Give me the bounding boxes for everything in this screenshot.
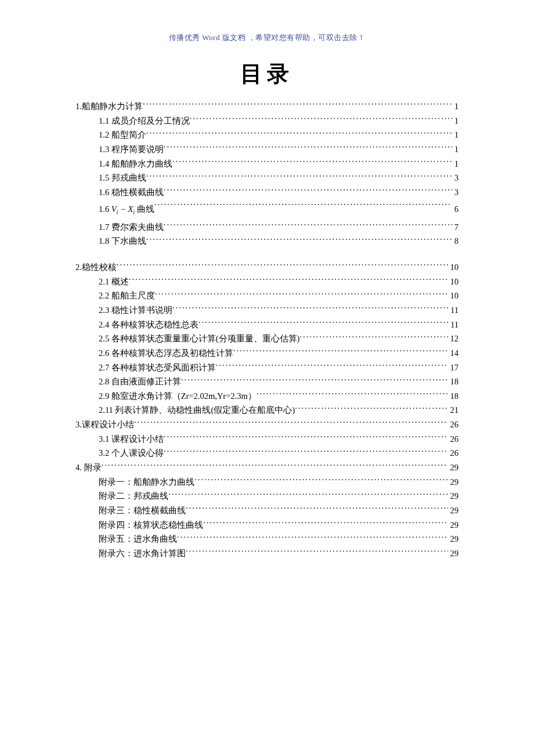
toc-entry-page: 18 [448, 389, 459, 404]
toc-leader-dots [186, 548, 448, 556]
toc-entry: 附录六：进水角计算图29 [75, 546, 459, 561]
toc-entry-label: 1.8 下水曲线 [99, 234, 146, 249]
table-of-contents: 1.船舶静水力计算11.1 成员介绍及分工情况11.2 船型简介11.3 程序简… [75, 99, 459, 560]
toc-entry-label: 附录三：稳性横截曲线 [99, 503, 186, 518]
toc-entry-label: 1.5 邦戎曲线 [99, 171, 146, 185]
toc-entry-page: 1 [452, 99, 459, 114]
toc-entry-label: 2.9 舱室进水角计算（Zr=2.02m,Yr=2.3m） [99, 389, 257, 404]
toc-entry-label: 附录六：进水角计算图 [99, 546, 186, 561]
toc-leader-dots [216, 362, 448, 370]
toc-entry: 1.船舶静水力计算1 [75, 99, 459, 114]
formula-vi-xi: Vi − Xi [111, 204, 135, 214]
toc-entry-page: 14 [448, 346, 459, 361]
toc-entry-label: 2.2 船舶主尺度 [99, 289, 155, 303]
toc-entry: 2.3 稳性计算书说明11 [75, 303, 459, 318]
toc-entry: 1.2 船型简介1 [75, 128, 459, 142]
document-page: 传播优秀 Word 版文档 ，希望对您有帮助，可双击去除！ 目录 1.船舶静水力… [0, 0, 534, 618]
toc-entry-label: 2.1 概述 [99, 275, 129, 289]
toc-entry-page: 26 [448, 417, 459, 432]
toc-entry: 附录一：船舶静水力曲线29 [75, 475, 459, 489]
toc-leader-dots [154, 204, 452, 213]
toc-entry-label: 2.4 各种核算状态稳性总表 [99, 318, 199, 332]
toc-entry-page: 3 [452, 185, 459, 200]
toc-title: 目录 [75, 59, 459, 89]
toc-entry: 1.4 船舶静水力曲线1 [75, 157, 459, 171]
toc-entry-page: 10 [448, 275, 459, 289]
toc-entry-label: 1.6 稳性横截曲线 [99, 185, 164, 200]
toc-leader-dots [102, 462, 448, 471]
toc-leader-dots [164, 448, 448, 456]
toc-entry: 附录四：核算状态稳性曲线29 [75, 518, 459, 532]
toc-entry-page: 8 [452, 234, 459, 249]
toc-entry-page: 10 [448, 260, 459, 275]
toc-leader-dots [172, 304, 448, 313]
toc-entry-page: 11 [448, 318, 459, 332]
toc-entry: 1.6 稳性横截曲线3 [75, 185, 459, 200]
toc-entry: 2.1 概述10 [75, 275, 459, 289]
toc-entry-page: 26 [448, 432, 459, 447]
toc-entry-label: 1.船舶静水力计算 [75, 99, 143, 114]
toc-entry: 2.8 自由液面修正计算18 [75, 375, 459, 389]
toc-leader-dots [295, 405, 448, 413]
toc-entry: 2.11 列表计算静、动稳性曲线(假定重心在船底中心)21 [75, 403, 459, 417]
toc-entry: 2.5 各种核算状态重量重心计算(分项重量、重心估算)12 [75, 332, 459, 346]
toc-entry-page: 1 [452, 142, 459, 157]
toc-entry-label: 1.1 成员介绍及分工情况 [99, 114, 190, 128]
toc-entry: 3.1 课程设计小结26 [75, 432, 459, 447]
toc-entry-label: 1.6 Vi − Xi 曲线 [99, 199, 154, 219]
header-note: 传播优秀 Word 版文档 ，希望对您有帮助，可双击去除！ [75, 33, 459, 43]
section-gap [75, 249, 459, 260]
toc-entry: 附录二：邦戎曲线29 [75, 489, 459, 503]
toc-leader-dots [190, 115, 452, 124]
toc-entry: 1.6 Vi − Xi 曲线6 [75, 199, 459, 219]
toc-entry: 2.7 各种核算状态受风面积计算17 [75, 361, 459, 375]
toc-leader-dots [146, 236, 452, 244]
toc-entry-label: 2.稳性校核 [75, 260, 117, 275]
toc-entry-label: 2.8 自由液面修正计算 [99, 375, 181, 389]
toc-leader-dots [164, 433, 448, 442]
toc-entry: 1.1 成员介绍及分工情况1 [75, 114, 459, 128]
toc-entry-label: 2.5 各种核算状态重量重心计算(分项重量、重心估算) [99, 332, 300, 346]
toc-leader-dots [146, 172, 452, 181]
toc-entry-label: 3.2 个人课设心得 [99, 446, 164, 460]
toc-entry-suffix: 曲线 [135, 204, 154, 214]
toc-entry-page: 6 [452, 199, 459, 219]
toc-entry: 2.稳性校核10 [75, 260, 459, 275]
toc-entry-page: 3 [452, 171, 459, 185]
toc-entry-label: 1.2 船型简介 [99, 128, 146, 142]
toc-entry-label: 3.课程设计小结 [75, 417, 134, 432]
toc-entry-label: 附录五：进水角曲线 [99, 532, 177, 546]
toc-entry-page: 29 [448, 460, 459, 475]
toc-entry-page: 26 [448, 446, 459, 460]
toc-entry-label: 1.4 船舶静水力曲线 [99, 157, 172, 171]
toc-entry: 1.7 费尔索夫曲线7 [75, 220, 459, 235]
toc-leader-dots [155, 290, 448, 299]
toc-leader-dots [168, 491, 448, 499]
toc-leader-dots [177, 534, 448, 542]
toc-leader-dots [181, 376, 448, 385]
toc-entry-label: 附录一：船舶静水力曲线 [99, 475, 194, 489]
toc-entry: 2.9 舱室进水角计算（Zr=2.02m,Yr=2.3m）18 [75, 389, 459, 404]
toc-entry-page: 29 [448, 503, 459, 518]
toc-entry-label: 2.11 列表计算静、动稳性曲线(假定重心在船底中心) [99, 403, 295, 417]
toc-leader-dots [203, 519, 448, 528]
toc-entry-page: 18 [448, 375, 459, 389]
toc-entry-page: 17 [448, 361, 459, 375]
toc-entry-label: 1.3 程序简要说明 [99, 142, 164, 157]
toc-leader-dots [172, 158, 452, 167]
toc-entry: 3.2 个人课设心得26 [75, 446, 459, 460]
toc-entry-page: 12 [448, 332, 459, 346]
toc-leader-dots [117, 262, 448, 271]
toc-leader-dots [199, 319, 448, 327]
toc-entry: 2.6 各种核算状态浮态及初稳性计算14 [75, 346, 459, 361]
toc-entry-page: 29 [448, 475, 459, 489]
toc-entry-page: 29 [448, 489, 459, 503]
toc-entry-label: 1.7 费尔索夫曲线 [99, 220, 164, 235]
toc-leader-dots [143, 101, 452, 110]
toc-entry: 附录三：稳性横截曲线29 [75, 503, 459, 518]
toc-entry-label: 3.1 课程设计小结 [99, 432, 164, 447]
toc-leader-dots [146, 129, 452, 138]
toc-entry: 2.4 各种核算状态稳性总表11 [75, 318, 459, 332]
toc-entry-page: 1 [452, 128, 459, 142]
toc-leader-dots [194, 476, 448, 485]
